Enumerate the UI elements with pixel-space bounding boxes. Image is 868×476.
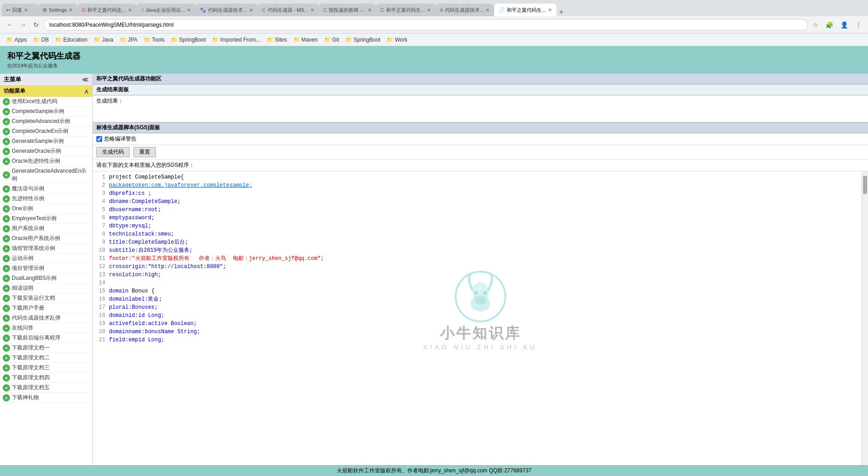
bookmark-git[interactable]: 📁 Git: [321, 36, 342, 44]
sidebar-item-label: DualLangBBS示例: [12, 274, 57, 282]
extensions-btn[interactable]: 🧩: [823, 19, 836, 30]
line-num-14: 14: [94, 279, 105, 287]
bookmark-db-label: DB: [41, 37, 49, 43]
sidebar-item-generate-sample[interactable]: GenerateSample示例: [0, 137, 92, 146]
new-tab-button[interactable]: +: [557, 8, 566, 16]
tab-3-close[interactable]: ✕: [128, 7, 132, 13]
scrollbar-track[interactable]: [862, 171, 868, 465]
tab-7[interactable]: C 我投递的新闻 -... ✕: [319, 4, 376, 16]
sidebar-item-dual-lang[interactable]: DualLangBBS示例: [0, 273, 92, 283]
sidebar-item-download-frontend[interactable]: 下载前后端分离程序: [0, 333, 92, 343]
submenu-collapse-icon[interactable]: ∧: [84, 88, 89, 95]
sidebar-item-icon: [3, 344, 10, 352]
sidebar-item-excel[interactable]: 使用Excel生成代码: [0, 97, 92, 107]
sidebar-item-icon: [3, 235, 10, 242]
bookmark-jpa[interactable]: 📁 JPA: [117, 36, 140, 44]
tab-8[interactable]: C 和平之翼代码生... ✕: [376, 4, 435, 16]
bookmark-sites[interactable]: 📁 Sites: [264, 36, 290, 44]
tab-9[interactable]: A 代码生成器技术... ✕: [435, 4, 495, 16]
bookmark-springboot-1[interactable]: 📁 SpringBoot: [168, 36, 208, 44]
tab-9-close[interactable]: ✕: [486, 7, 490, 13]
tab-5-close[interactable]: ✕: [249, 7, 253, 13]
tab-1-close[interactable]: ✕: [24, 7, 28, 13]
code-line-15: 15 domain Bonus {: [94, 287, 860, 295]
tab-8-close[interactable]: ✕: [427, 7, 431, 13]
sidebar-item-magic[interactable]: 魔法语句示例: [0, 184, 92, 194]
sidebar-item-doc5[interactable]: 下载原理文档五: [0, 383, 92, 393]
tab-2-close[interactable]: ✕: [69, 7, 73, 13]
sidebar-item-project[interactable]: 项目管理示例: [0, 264, 92, 273]
sidebar-item-read[interactable]: 阅读说明: [0, 283, 92, 293]
sidebar-item-doc2[interactable]: 下载原理文档二: [0, 353, 92, 363]
sidebar-item-venue[interactable]: 场馆管理系统示例: [0, 244, 92, 254]
sidebar-item-generate-oracle[interactable]: GenerateOracle示例: [0, 146, 92, 156]
sidebar-item-one[interactable]: One示例: [0, 204, 92, 214]
sidebar-item-download-install[interactable]: 下载安装运行文档: [0, 293, 92, 303]
result-panel-header: 生成结果面板: [93, 85, 868, 95]
sidebar-item-doc4[interactable]: 下载原理文档四: [0, 373, 92, 383]
tab-4[interactable]: J Java企业应用论... ✕: [137, 4, 195, 16]
tab-2[interactable]: ⚙ Settings ✕: [38, 4, 77, 16]
bookmark-maven[interactable]: 📁 Maven: [291, 36, 321, 44]
tab-4-close[interactable]: ✕: [187, 7, 191, 13]
sidebar-item-sports[interactable]: 运动示例: [0, 254, 92, 264]
sidebar-item-icon: [3, 335, 10, 342]
ignore-warning-checkbox[interactable]: [96, 136, 102, 142]
tab-6-close[interactable]: ✕: [310, 7, 314, 13]
code-line-3: 3 dbprefix:cs ;: [94, 189, 860, 198]
sidebar-item-doc3[interactable]: 下载原理文档三: [0, 363, 92, 373]
browser-chrome: ↩ 回复 ✕ ⚙ Settings ✕ G 和平之翼代码生... ✕ J Jav…: [0, 0, 868, 46]
collapse-left-icon[interactable]: ≪: [82, 76, 89, 83]
bookmark-tools[interactable]: 📁 Tools: [141, 36, 167, 44]
bookmark-imported[interactable]: 📁 Imported From...: [209, 36, 263, 44]
tab-5[interactable]: 🐾 代码生成器技术... ✕: [195, 4, 257, 16]
tab-10-close[interactable]: ✕: [548, 7, 552, 13]
bookmark-star[interactable]: ☆: [810, 19, 821, 30]
bookmark-java[interactable]: 📁 Java: [91, 36, 116, 44]
folder-icon: 📁: [94, 37, 100, 43]
code-line-7: 7 dbtype:mysql;: [94, 222, 860, 230]
sidebar-item-download-manual[interactable]: 下载用户手册: [0, 303, 92, 313]
sidebar-item-employee-test[interactable]: EmployeeTest示例: [0, 214, 92, 224]
code-line-17: 17 plural:Bonuses;: [94, 303, 860, 311]
address-bar[interactable]: [43, 19, 808, 31]
sidebar-item-gift[interactable]: 下载神礼物: [0, 393, 92, 403]
sidebar-item-online-qa[interactable]: 在线问答: [0, 323, 92, 333]
reset-button[interactable]: 重置: [133, 147, 156, 157]
sidebar-item-tech[interactable]: 代码生成器技术乱弹: [0, 313, 92, 323]
sidebar-item-generate-oracle-advanced-en[interactable]: GenerateOracleAdvancedEn示例: [0, 166, 92, 184]
generate-button[interactable]: 生成代码: [96, 147, 130, 157]
sidebar-item-user-system[interactable]: 用户系统示例: [0, 224, 92, 234]
scrollbar-thumb[interactable]: [863, 176, 867, 194]
bookmark-db[interactable]: 📁 DB: [30, 36, 52, 44]
tab-1[interactable]: ↩ 回复 ✕: [2, 4, 38, 16]
sidebar-item-oracle-user[interactable]: Oracle用户系统示例: [0, 234, 92, 244]
tab-7-close[interactable]: ✕: [368, 7, 372, 13]
forward-button[interactable]: →: [17, 19, 29, 30]
sgs-panel-header: 标准生成器脚本(SGS)面板: [93, 123, 868, 133]
sidebar-item-oracle-advanced[interactable]: Oracle先进特性示例: [0, 156, 92, 166]
back-button[interactable]: ←: [4, 19, 15, 30]
tab-3[interactable]: G 和平之翼代码生... ✕: [77, 4, 137, 16]
reload-button[interactable]: ↻: [31, 19, 42, 30]
page-wrapper: 和平之翼代码生成器 自2014年起为公众服务 主菜单 ≪ 功能菜单 ∧ 使用Ex…: [0, 46, 868, 476]
profile-btn[interactable]: 👤: [838, 19, 851, 30]
line-content-20: domainname:bonusName String;: [109, 328, 860, 336]
sidebar-item-complete-advanced[interactable]: CompleteAdvanced示例: [0, 117, 92, 127]
bookmark-work[interactable]: 📁 Work: [384, 36, 410, 44]
sidebar-item-advanced[interactable]: 先进特性示例: [0, 194, 92, 204]
ignore-warning-label[interactable]: 忽略编译警告: [104, 135, 137, 143]
sidebar-item-complete-oracle-en[interactable]: CompleteOracleEn示例: [0, 127, 92, 137]
bookmark-education[interactable]: 📁 Education: [52, 36, 90, 44]
tab-10[interactable]: 📄 和平之翼代码生... ✕: [494, 4, 556, 16]
tab-6[interactable]: C 代码生成器 - MS... ✕: [258, 4, 319, 16]
sidebar-item-icon: [3, 148, 10, 155]
code-area[interactable]: 1 project CompleteSample{ 2 packagetoken…: [93, 171, 862, 465]
bookmark-springboot-2[interactable]: 📁 SpringBoot: [343, 36, 383, 44]
sidebar-item-doc1[interactable]: 下载原理文档一: [0, 343, 92, 353]
sidebar-item-complete-sample[interactable]: CompleteSample示例: [0, 107, 92, 117]
tab-8-label: 和平之翼代码生...: [386, 7, 425, 14]
sidebar-item-label: 用户系统示例: [12, 225, 44, 232]
bookmark-apps[interactable]: 📁 Apps: [4, 36, 29, 44]
menu-btn[interactable]: ⋮: [853, 19, 864, 30]
